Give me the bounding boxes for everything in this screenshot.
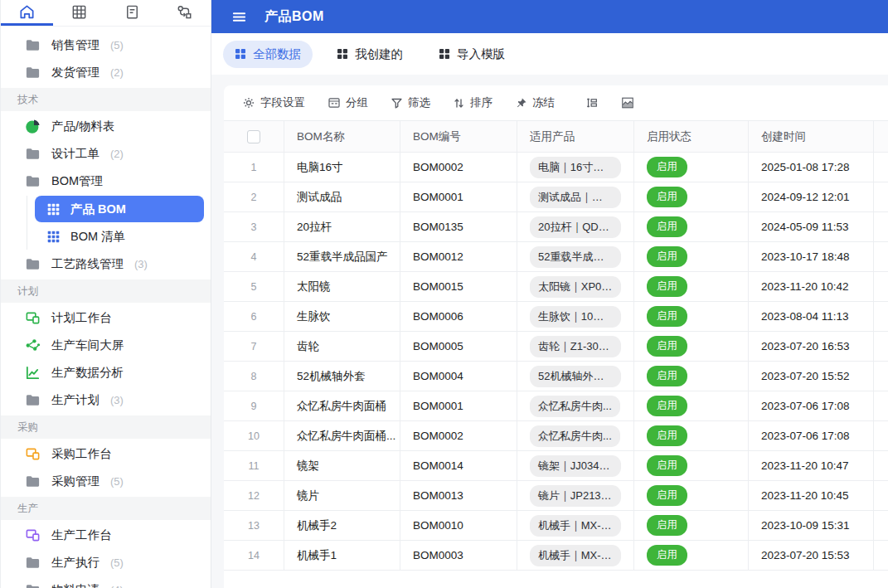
view-tab-all-data[interactable]: 全部数据 — [223, 41, 313, 68]
applicable-product-cell[interactable]: 测试成品｜｜C... — [517, 182, 634, 212]
enable-status-cell[interactable]: 启用 — [634, 421, 749, 451]
enable-status-cell[interactable]: 启用 — [634, 391, 749, 421]
sidebar-item-design-workorder[interactable]: 设计工单(2) — [1, 140, 211, 168]
created-time-cell[interactable]: 2025-01-08 17:28 — [749, 153, 874, 182]
field-settings-button[interactable]: 字段设置 — [242, 95, 305, 110]
applicable-product-cell[interactable]: 镜片｜JP213｜... — [517, 481, 634, 511]
column-header-4[interactable]: 创建时间 — [749, 121, 874, 153]
applicable-product-cell[interactable]: 机械手｜MX-2... — [517, 541, 634, 571]
row-index-cell[interactable]: 2 — [224, 182, 284, 212]
created-time-cell[interactable]: 2023-07-06 17:08 — [749, 391, 874, 421]
sidebar-item-bom-management[interactable]: BOM管理 — [1, 168, 211, 195]
enable-status-cell[interactable]: 启用 — [634, 332, 749, 362]
sidebar-item-product-bom[interactable]: 产品 BOM — [35, 196, 204, 222]
bom-code-cell[interactable]: BOM0015 — [400, 272, 517, 302]
enable-status-cell[interactable]: 启用 — [634, 212, 749, 242]
column-header-1[interactable]: BOM编号 — [400, 121, 517, 153]
applicable-product-cell[interactable]: 齿轮｜Z1-30｜... — [517, 332, 634, 362]
bom-code-cell[interactable]: BOM0135 — [400, 212, 517, 242]
created-time-cell[interactable]: 2024-09-12 12:01 — [749, 182, 874, 212]
sidebar-item-shipping-management[interactable]: 发货管理(2) — [1, 59, 211, 86]
created-time-cell[interactable]: 2023-07-20 15:52 — [749, 362, 874, 391]
bom-name-cell[interactable]: 20拉杆 — [284, 212, 400, 242]
column-header-3[interactable]: 启用状态 — [634, 121, 749, 153]
icon-tab-home[interactable] — [1, 0, 53, 26]
enable-status-cell[interactable]: 启用 — [634, 541, 749, 571]
bom-code-cell[interactable]: BOM0012 — [400, 242, 517, 272]
created-time-cell[interactable]: 2023-10-09 15:31 — [749, 511, 874, 541]
bom-code-cell[interactable]: BOM0005 — [400, 332, 517, 362]
bom-name-cell[interactable]: 机械手1 — [284, 541, 400, 571]
applicable-product-cell[interactable]: 生脉饮｜10ml/... — [517, 302, 634, 332]
bom-name-cell[interactable]: 生脉饮 — [284, 302, 400, 332]
row-index-cell[interactable]: 5 — [224, 272, 284, 302]
created-time-cell[interactable]: 2023-10-17 18:48 — [749, 242, 874, 272]
bom-code-cell[interactable]: BOM0002 — [400, 153, 517, 182]
applicable-product-cell[interactable]: 太阳镜｜XP001... — [517, 272, 634, 302]
sidebar-item-product-material-table[interactable]: 产品/物料表 — [1, 113, 211, 140]
row-index-cell[interactable]: 10 — [224, 421, 284, 451]
row-index-cell[interactable]: 7 — [224, 332, 284, 362]
created-time-cell[interactable]: 2023-07-20 16:53 — [749, 332, 874, 362]
enable-status-cell[interactable]: 启用 — [634, 242, 749, 272]
applicable-product-cell[interactable]: 镜架｜JJ034｜... — [517, 451, 634, 481]
created-time-cell[interactable]: 2023-08-04 11:13 — [749, 302, 874, 332]
sidebar-item-workshop-screen[interactable]: 生产车间大屏 — [1, 332, 211, 359]
enable-status-cell[interactable]: 启用 — [634, 481, 749, 511]
applicable-product-cell[interactable]: 众忆私房牛肉... — [517, 391, 634, 421]
chart-view-button[interactable] — [621, 96, 634, 109]
group-button[interactable]: 分组 — [328, 95, 368, 110]
column-header-2[interactable]: 适用产品 — [517, 121, 634, 153]
enable-status-cell[interactable]: 启用 — [634, 511, 749, 541]
enable-status-cell[interactable]: 启用 — [634, 302, 749, 332]
row-index-cell[interactable]: 13 — [224, 511, 284, 541]
sidebar-item-material-request[interactable]: 物料申请(4) — [1, 576, 211, 588]
applicable-product-cell[interactable]: 52重载半成品... — [517, 242, 634, 272]
sidebar-item-sales-management[interactable]: 销售管理(5) — [1, 32, 211, 59]
created-time-cell[interactable]: 2023-07-20 15:53 — [749, 541, 874, 571]
bom-name-cell[interactable]: 齿轮 — [284, 332, 400, 362]
bom-code-cell[interactable]: BOM0001 — [400, 391, 517, 421]
bom-name-cell[interactable]: 52重载半成品国产 — [284, 242, 400, 272]
created-time-cell[interactable]: 2023-11-20 10:45 — [749, 481, 874, 511]
bom-name-cell[interactable]: 众忆私房牛肉面桶 — [284, 391, 400, 421]
bom-code-cell[interactable]: BOM0010 — [400, 511, 517, 541]
applicable-product-cell[interactable]: 电脑｜16寸｜C... — [517, 153, 634, 182]
sidebar-item-production-execution[interactable]: 生产执行(5) — [1, 549, 211, 576]
icon-tab-workflow[interactable] — [158, 0, 211, 26]
sidebar-item-purchase-management[interactable]: 采购管理(5) — [1, 468, 211, 495]
created-time-cell[interactable]: 2023-11-20 10:47 — [749, 451, 874, 481]
bom-code-cell[interactable]: BOM0014 — [400, 451, 517, 481]
icon-tab-document[interactable] — [106, 0, 158, 26]
bom-name-cell[interactable]: 测试成品 — [284, 182, 400, 212]
row-index-cell[interactable]: 14 — [224, 541, 284, 571]
sidebar-item-production-data-analysis[interactable]: 生产数据分析 — [1, 359, 211, 386]
freeze-button[interactable]: 冻结 — [515, 95, 555, 110]
row-index-cell[interactable]: 9 — [224, 391, 284, 421]
row-index-cell[interactable]: 12 — [224, 481, 284, 511]
applicable-product-cell[interactable]: 52机械轴外套... — [517, 362, 634, 391]
bom-name-cell[interactable]: 太阳镜 — [284, 272, 400, 302]
enable-status-cell[interactable]: 启用 — [634, 272, 749, 302]
created-time-cell[interactable]: 2023-07-06 17:08 — [749, 421, 874, 451]
sort-button[interactable]: 排序 — [453, 95, 493, 110]
view-tab-import-template[interactable]: 导入模版 — [427, 41, 517, 68]
row-index-cell[interactable]: 1 — [224, 153, 284, 182]
bom-name-cell[interactable]: 52机械轴外套 — [284, 362, 400, 391]
icon-tab-table[interactable] — [53, 0, 105, 26]
sidebar-item-plan-workbench[interactable]: 计划工作台 — [1, 304, 211, 332]
created-time-cell[interactable]: 2024-05-09 11:53 — [749, 212, 874, 242]
bom-code-cell[interactable]: BOM0004 — [400, 362, 517, 391]
applicable-product-cell[interactable]: 机械手｜MX-2... — [517, 511, 634, 541]
applicable-product-cell[interactable]: 众忆私房牛肉... — [517, 421, 634, 451]
column-header-0[interactable]: BOM名称 — [284, 121, 400, 153]
bom-name-cell[interactable]: 众忆私房牛肉面桶... — [284, 421, 400, 451]
bom-name-cell[interactable]: 机械手2 — [284, 511, 400, 541]
enable-status-cell[interactable]: 启用 — [634, 182, 749, 212]
bom-code-cell[interactable]: BOM0003 — [400, 541, 517, 571]
applicable-product-cell[interactable]: 20拉杆｜QD10... — [517, 212, 634, 242]
sidebar-item-production-plan[interactable]: 生产计划(3) — [1, 386, 211, 414]
created-time-cell[interactable]: 2023-11-20 10:42 — [749, 272, 874, 302]
view-tab-created-by-me[interactable]: 我创建的 — [325, 41, 415, 68]
sidebar-item-bom-list[interactable]: BOM 清单 — [35, 223, 204, 250]
